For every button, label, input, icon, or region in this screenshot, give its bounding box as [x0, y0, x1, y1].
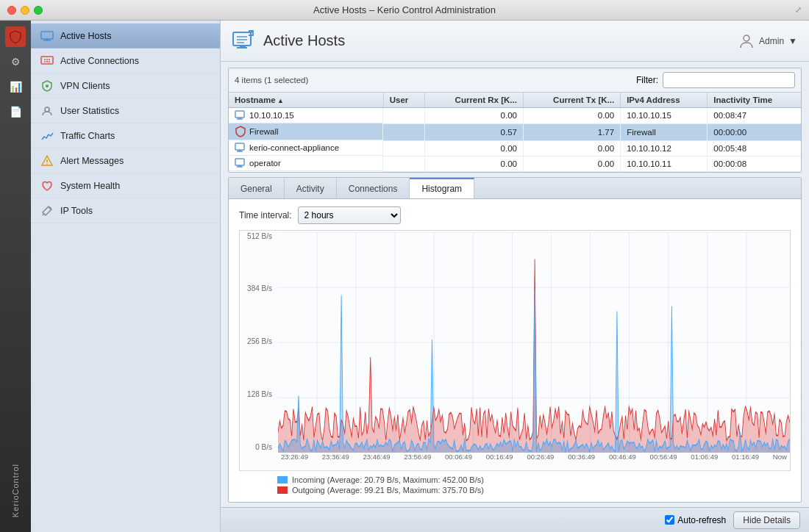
svg-point-12 — [49, 206, 51, 209]
sidebar-label-health: System Health — [60, 181, 120, 191]
filter-input[interactable] — [663, 72, 795, 88]
footer-bar: Auto-refresh Hide Details — [221, 507, 809, 532]
cell-ipv4: Firewall — [621, 123, 708, 140]
col-ipv4[interactable]: IPv4 Address — [621, 93, 708, 108]
svg-rect-0 — [41, 32, 53, 39]
col-user[interactable]: User — [383, 93, 424, 108]
svg-rect-24 — [235, 143, 244, 150]
admin-menu[interactable]: Admin ▼ — [738, 33, 797, 49]
traffic-icon — [40, 129, 54, 143]
table-row[interactable]: 10.10.10.15 0.00 0.00 10.10.10.15 00:08:… — [229, 108, 801, 124]
table-info: 4 items (1 selected) — [235, 76, 308, 85]
doc-icon[interactable]: 📄 — [5, 101, 26, 122]
admin-dropdown-icon[interactable]: ▼ — [788, 36, 797, 46]
chart-legend: Incoming (Average: 20.79 B/s, Maximum: 4… — [239, 475, 791, 495]
auto-refresh-checkbox[interactable] — [665, 515, 674, 525]
maximize-button[interactable] — [34, 6, 43, 15]
x-label-0: 23:26:49 — [281, 453, 308, 469]
outgoing-color — [277, 486, 288, 494]
connections-icon — [40, 54, 54, 68]
incoming-label: Incoming (Average: 20.79 B/s, Maximum: 4… — [292, 475, 484, 484]
sidebar-item-alert-messages[interactable]: Alert Messages — [31, 148, 220, 173]
col-tx[interactable]: Current Tx [K... — [523, 93, 620, 108]
main-content: Active Hosts Admin ▼ 4 items (1 selected… — [221, 21, 809, 532]
svg-point-7 — [45, 107, 49, 112]
sidebar: Active Hosts Active Connections VPN Clie… — [31, 21, 221, 532]
sidebar-item-ip-tools[interactable]: IP Tools — [31, 198, 220, 223]
filter-area: Filter: — [636, 72, 795, 88]
cell-inactivity: 00:00:00 — [708, 123, 801, 140]
time-interval-select[interactable]: 30 minutes 1 hour 2 hours 6 hours 12 hou… — [298, 206, 401, 224]
sidebar-item-system-health[interactable]: System Health — [31, 173, 220, 198]
chart-icon[interactable]: 📊 — [5, 76, 26, 97]
auto-refresh-label[interactable]: Auto-refresh — [677, 515, 726, 525]
sidebar-label-traffic: Traffic Charts — [60, 131, 115, 141]
incoming-color — [277, 476, 288, 484]
x-label-3: 23:56:49 — [404, 453, 431, 469]
svg-point-10 — [46, 163, 48, 165]
minimize-button[interactable] — [21, 6, 29, 15]
cell-hostname: 10.10.10.15 — [229, 108, 383, 123]
sidebar-item-active-connections[interactable]: Active Connections — [31, 48, 220, 73]
cell-tx: 1.77 — [523, 123, 620, 140]
table-row[interactable]: kerio-connect-appliance 0.00 0.00 10.10.… — [229, 140, 801, 156]
col-hostname[interactable]: Hostname — [229, 93, 383, 108]
outgoing-label: Outgoing (Average: 99.21 B/s, Maximum: 3… — [292, 486, 484, 495]
vpn-icon — [40, 79, 54, 93]
table-header-row: Hostname User Current Rx [K... Current T… — [229, 93, 801, 108]
page-icon — [232, 29, 256, 53]
close-button[interactable] — [7, 6, 16, 15]
sidebar-item-traffic-charts[interactable]: Traffic Charts — [31, 123, 220, 148]
shield-icon[interactable] — [5, 26, 26, 47]
table-toolbar: 4 items (1 selected) Filter: — [229, 68, 801, 93]
resize-icon[interactable]: ⤢ — [795, 5, 802, 15]
sidebar-item-user-statistics[interactable]: User Statistics — [31, 98, 220, 123]
x-label-8: 00:46:49 — [609, 453, 636, 469]
cell-rx: 0.00 — [425, 108, 524, 124]
sidebar-label-connections: Active Connections — [60, 56, 139, 66]
admin-label: Admin — [759, 36, 784, 46]
cell-hostname: operator — [229, 156, 383, 171]
sidebar-label-alerts: Alert Messages — [60, 156, 124, 166]
y-label-0: 0 B/s — [240, 443, 275, 451]
svg-point-20 — [744, 35, 749, 41]
x-label-9: 00:56:49 — [650, 453, 677, 469]
col-rx[interactable]: Current Rx [K... — [425, 93, 524, 108]
hosts-table: Hostname User Current Rx [K... Current T… — [229, 93, 801, 172]
legend-incoming: Incoming (Average: 20.79 B/s, Maximum: 4… — [277, 475, 791, 484]
cell-user — [383, 156, 424, 171]
hosts-table-area: 4 items (1 selected) Filter: Hostname Us… — [228, 68, 802, 173]
legend-outgoing: Outgoing (Average: 99.21 B/s, Maximum: 3… — [277, 486, 791, 495]
cell-hostname: Firewall — [229, 123, 383, 140]
sidebar-item-active-hosts[interactable]: Active Hosts — [31, 24, 220, 48]
cell-tx: 0.00 — [523, 156, 620, 171]
cell-ipv4: 10.10.10.12 — [621, 140, 708, 156]
sidebar-item-vpn-clients[interactable]: VPN Clients — [31, 73, 220, 98]
cell-tx: 0.00 — [523, 108, 620, 124]
x-label-7: 00:36:49 — [568, 453, 595, 469]
col-inactivity[interactable]: Inactivity Time — [708, 93, 801, 108]
window-controls — [7, 6, 43, 15]
gear-icon[interactable]: ⚙ — [5, 51, 26, 72]
y-label-384: 384 B/s — [240, 284, 275, 292]
cell-ipv4: 10.10.10.15 — [621, 108, 708, 124]
cell-rx: 0.00 — [425, 156, 524, 171]
cell-rx: 0.57 — [425, 123, 524, 140]
table-row[interactable]: operator 0.00 0.00 10.10.10.11 00:00:08 — [229, 156, 801, 171]
sidebar-label-active-hosts: Active Hosts — [60, 31, 111, 41]
left-strip: ⚙ 📊 📄 KerioControl — [0, 21, 31, 532]
sidebar-label-ip-tools: IP Tools — [60, 206, 93, 216]
tab-general[interactable]: General — [229, 178, 285, 198]
tools-icon — [40, 204, 54, 218]
chart-svg — [278, 232, 790, 453]
tab-histogram[interactable]: Histogram — [410, 178, 474, 198]
app-name-label: KerioControl — [11, 464, 20, 517]
tab-activity[interactable]: Activity — [285, 178, 337, 198]
x-label-now: Now — [773, 453, 787, 469]
table-row[interactable]: Firewall 0.57 1.77 Firewall 00:00:00 — [229, 123, 801, 140]
x-label-1: 23:36:49 — [322, 453, 349, 469]
tab-connections[interactable]: Connections — [337, 178, 410, 198]
y-label-128: 128 B/s — [240, 390, 275, 398]
hide-details-button[interactable]: Hide Details — [733, 511, 800, 529]
cell-tx: 0.00 — [523, 140, 620, 156]
